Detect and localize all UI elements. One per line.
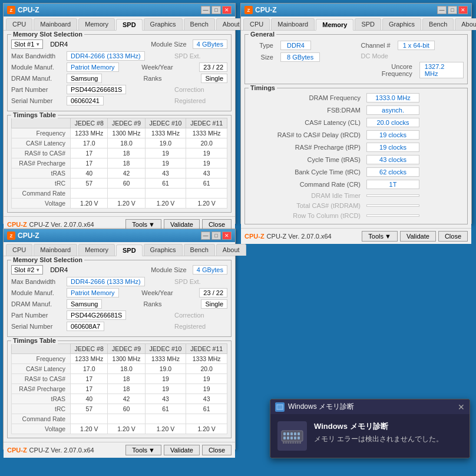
svg-rect-14 (294, 437, 296, 439)
window-title-2: CPU-Z (255, 6, 277, 14)
module-manuf-row-1: Module Manuf. Patriot Memory Week/Year 2… (11, 62, 227, 72)
part-row-3: Part Number PSD44G266681S Correction (11, 310, 227, 320)
registered-label-3: Registered (174, 323, 227, 330)
th-jedec11-1: JEDEC #11 (186, 118, 227, 128)
fsb-row: FSB:DRAM asynch. (249, 105, 464, 115)
module-manuf-row-3: Module Manuf. Patriot Memory Week/Year 2… (11, 288, 227, 298)
week-year-label-1: Week/Year (141, 64, 194, 71)
row-cell: 17.0 (71, 364, 108, 374)
tab-graphics-3[interactable]: Graphics (144, 244, 183, 256)
tab-bench-1[interactable]: Bench (184, 18, 215, 30)
minimize-btn-3[interactable]: — (201, 232, 210, 240)
table-row: RAS# Precharge17181919 (12, 384, 227, 394)
dram-freq-value: 1333.0 MHz (366, 93, 419, 103)
ranks-value-3: Single (201, 299, 227, 309)
tab-spd-3[interactable]: SPD (116, 244, 143, 256)
module-manuf-value-1: Patriot Memory (67, 62, 119, 72)
close-btn-3[interactable]: ✕ (222, 232, 232, 240)
row-label: tRC (12, 404, 71, 414)
maximize-btn-1[interactable]: □ (211, 6, 221, 14)
module-manuf-label-3: Module Manuf. (11, 289, 64, 296)
row-cell: 18 (108, 148, 145, 158)
maximize-btn-3[interactable]: □ (211, 232, 221, 240)
maximize-btn-2[interactable]: □ (448, 6, 457, 14)
row-cell (186, 189, 227, 199)
row-cell (108, 414, 145, 424)
row-cell: 18.0 (108, 364, 145, 374)
row-label: tRC (12, 178, 71, 189)
table-row: Voltage1.20 V1.20 V1.20 V1.20 V (12, 424, 227, 434)
tools-btn-2[interactable]: Tools ▼ (362, 231, 398, 242)
title-bar-left-1: Z CPU-Z (7, 6, 39, 14)
row-cell: 60 (108, 178, 145, 189)
slot-row-1: Slot #1 ▼ DDR4 Module Size 4 GBytes (11, 39, 227, 49)
tab-cpu-1[interactable]: CPU (6, 18, 32, 30)
ras-cas-label: RAS# to CAS# Delay (tRCD) (249, 131, 366, 138)
minimize-btn-2[interactable]: — (437, 6, 447, 14)
row-cell: 17.0 (71, 138, 108, 148)
tab-memory-3[interactable]: Memory (78, 244, 115, 256)
close-btn-2[interactable]: ✕ (458, 6, 468, 14)
close-btn-1[interactable]: ✕ (222, 6, 232, 14)
tab-bench-3[interactable]: Bench (184, 244, 215, 256)
uncore-row-2: Uncore Frequency 1327.2 MHz (361, 62, 464, 78)
tab-spd-2[interactable]: SPD (355, 18, 381, 30)
bottom-version-3: CPU-Z CPU-Z Ver. 2.07.0.x64 (7, 447, 94, 454)
slot-dropdown-3[interactable]: Slot #2 ▼ (11, 265, 43, 275)
ddr-type-1: DDR4 (50, 41, 68, 48)
svg-rect-19 (290, 441, 292, 444)
svg-rect-22 (297, 441, 299, 444)
timings-label-2: Timings (249, 84, 277, 91)
validate-btn-2[interactable]: Validate (400, 231, 436, 242)
row-cell: 18 (108, 374, 145, 384)
bottom-bar-3: CPU-Z CPU-Z Ver. 2.07.0.x64 Tools ▼ Vali… (4, 442, 235, 458)
week-year-value-3: 23 / 22 (199, 288, 227, 298)
tools-btn-3[interactable]: Tools ▼ (125, 445, 161, 455)
close-btn-action-2[interactable]: Close (438, 231, 468, 242)
notif-close-btn[interactable]: ✕ (458, 402, 465, 412)
correction-label-1: Correction (174, 86, 227, 93)
dram-manuf-value-3: Samsung (67, 299, 102, 309)
svg-rect-12 (287, 437, 289, 439)
notif-mem-icon (277, 421, 307, 451)
table-row: Voltage1.20 V1.20 V1.20 V1.20 V (12, 199, 227, 209)
minimize-btn-1[interactable]: — (201, 6, 210, 14)
tab-cpu-3[interactable]: CPU (6, 244, 32, 256)
tab-bench-2[interactable]: Bench (422, 18, 454, 30)
tab-graphics-1[interactable]: Graphics (144, 18, 183, 30)
row-cell (186, 414, 227, 424)
row-cell: 1.20 V (71, 424, 108, 434)
row-label: Voltage (12, 199, 71, 209)
tab-about-2[interactable]: About (455, 18, 476, 30)
ranks-label-3: Ranks (143, 300, 196, 308)
title-controls-2: — □ ✕ (437, 6, 468, 14)
serial-label-1: Serial Number (11, 97, 64, 104)
row-cell: 19 (186, 148, 227, 158)
cpuz-window-1: Z CPU-Z — □ ✕ CPU Mainboard Memory SPD G… (3, 3, 236, 224)
th-jedec9-1: JEDEC #9 (108, 118, 145, 128)
tab-memory-2[interactable]: Memory (316, 19, 353, 31)
svg-rect-16 (283, 441, 285, 444)
tab-memory-1[interactable]: Memory (78, 18, 115, 30)
tab-mainboard-1[interactable]: Mainboard (34, 18, 77, 30)
memory-diag-icon (276, 404, 283, 411)
spd-ext-label-1: SPD Ext. (174, 52, 227, 60)
tab-graphics-2[interactable]: Graphics (382, 18, 421, 30)
validate-btn-3[interactable]: Validate (164, 445, 200, 455)
tab-cpu-2[interactable]: CPU (243, 18, 270, 30)
table-row: Command Rate (12, 189, 227, 199)
type-row-2: Type DDR4 (249, 41, 352, 50)
tab-mainboard-2[interactable]: Mainboard (271, 18, 315, 30)
tab-about-3[interactable]: About (216, 244, 246, 256)
slot-dropdown-1[interactable]: Slot #1 ▼ (11, 39, 43, 49)
row-cell: 57 (71, 404, 108, 414)
row-label: tRAS (12, 394, 71, 404)
table-row: RAS# Precharge17181919 (12, 158, 227, 168)
tab-spd-1[interactable]: SPD (116, 19, 143, 31)
serial-label-3: Serial Number (11, 323, 64, 330)
tab-mainboard-3[interactable]: Mainboard (34, 244, 77, 256)
week-year-label-3: Week/Year (141, 289, 194, 296)
close-btn-action-3[interactable]: Close (202, 445, 232, 455)
cpuz-logo-2: CPU-Z (244, 233, 265, 240)
fsb-label: FSB:DRAM (249, 107, 366, 114)
